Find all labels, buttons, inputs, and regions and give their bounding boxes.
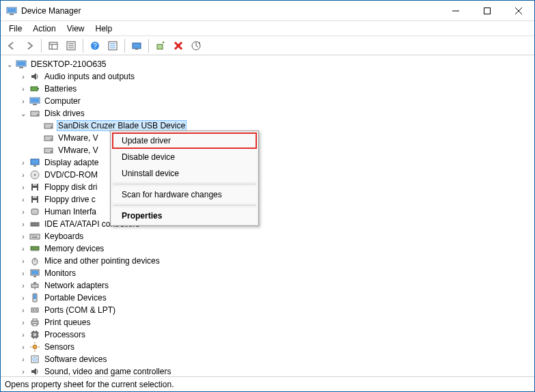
tree-root-row[interactable]: ⌄ DESKTOP-210O635 <box>2 58 533 70</box>
scan-hardware-button[interactable] <box>128 38 145 53</box>
tree-row[interactable]: ›Audio inputs and outputs <box>16 70 533 83</box>
chevron-right-icon[interactable]: › <box>18 207 28 216</box>
maximize-button[interactable] <box>471 1 503 21</box>
root-label[interactable]: DESKTOP-210O635 <box>29 59 108 70</box>
tree-row[interactable]: ›Sound, video and game controllers <box>16 365 533 376</box>
chevron-right-icon[interactable]: › <box>18 96 28 106</box>
tree-row[interactable]: ›Human Interfa <box>16 206 533 218</box>
minimize-button[interactable] <box>440 1 471 21</box>
tree-node-label[interactable]: Sound, video and game controllers <box>43 366 172 376</box>
chevron-right-icon[interactable]: › <box>18 367 28 376</box>
tree-row[interactable]: VMware, V <box>29 132 533 144</box>
tree-node-label[interactable]: Monitors <box>43 268 77 279</box>
chevron-right-icon[interactable]: › <box>18 318 28 327</box>
chevron-right-icon[interactable]: › <box>18 293 28 303</box>
context-menu-item[interactable]: Scan for hardware changes <box>112 186 257 203</box>
tree-row[interactable]: ›Computer <box>16 95 533 107</box>
chevron-right-icon[interactable]: › <box>18 305 28 315</box>
context-menu-item[interactable]: Disable device <box>112 149 257 165</box>
tree-row[interactable]: ›Sensors <box>16 341 533 353</box>
tree-node-label[interactable]: Mice and other pointing devices <box>43 255 161 266</box>
expander-icon[interactable]: ⌄ <box>5 59 14 69</box>
tree-row[interactable]: ›Print queues <box>16 316 533 328</box>
tree-node-label[interactable]: Display adapte <box>43 157 100 168</box>
chevron-down-icon[interactable]: ⌄ <box>18 109 28 118</box>
tree-row[interactable]: ›Monitors <box>16 267 533 279</box>
menu-action[interactable]: Action <box>27 23 61 35</box>
menu-file[interactable]: File <box>3 23 27 35</box>
tree-row[interactable]: ›Mice and other pointing devices <box>16 255 533 267</box>
chevron-right-icon[interactable]: › <box>18 219 28 229</box>
tree-row[interactable]: ⌄Disk drives <box>16 107 533 120</box>
close-button[interactable] <box>503 1 534 21</box>
tree-row[interactable]: ›Portable Devices <box>16 292 533 304</box>
chevron-right-icon[interactable]: › <box>18 170 28 180</box>
uninstall-button[interactable] <box>170 38 187 53</box>
tree-row[interactable]: ›Display adapte <box>16 156 533 169</box>
tree-row[interactable]: ›Processors <box>16 328 533 341</box>
chevron-right-icon[interactable]: › <box>18 330 28 339</box>
tree-node-label[interactable]: Audio inputs and outputs <box>43 71 136 82</box>
chevron-right-icon[interactable]: › <box>18 268 28 278</box>
chevron-right-icon[interactable]: › <box>18 342 28 352</box>
context-menu-item[interactable]: Uninstall device <box>112 165 257 182</box>
sensor-icon <box>29 341 40 352</box>
tree-row[interactable]: ›Keyboards <box>16 230 533 242</box>
tree-node-label[interactable]: Batteries <box>43 83 78 94</box>
tree-node-label[interactable]: VMware, V <box>57 132 100 143</box>
tree-node-label[interactable]: Ports (COM & LPT) <box>43 305 117 316</box>
tree-row[interactable]: ›Memory devices <box>16 242 533 255</box>
tree-node-label[interactable]: Memory devices <box>43 243 105 254</box>
tree-node-label[interactable]: Sensors <box>43 341 76 352</box>
titlebar[interactable]: Device Manager <box>1 1 534 21</box>
properties-button[interactable] <box>63 38 79 53</box>
tree-node-label[interactable]: Processors <box>43 329 87 340</box>
tree-node-label[interactable]: Keyboards <box>43 231 85 242</box>
tree-row[interactable]: ›DVD/CD-ROM <box>16 169 533 181</box>
chevron-right-icon[interactable]: › <box>18 244 28 253</box>
chevron-right-icon[interactable]: › <box>18 84 28 94</box>
chevron-right-icon[interactable]: › <box>18 354 28 364</box>
tree-node-label[interactable]: Computer <box>43 96 82 107</box>
tree-node-label[interactable]: Floppy disk dri <box>43 182 98 193</box>
chevron-right-icon[interactable]: › <box>18 256 28 266</box>
tree-node-label[interactable]: Software devices <box>43 354 108 365</box>
tree-node-label[interactable]: SanDisk Cruzer Blade USB Device <box>57 120 187 131</box>
tree-node-label[interactable]: Disk drives <box>43 108 86 119</box>
tree-node-label[interactable]: Human Interfa <box>43 206 98 217</box>
tree-node-label[interactable]: Print queues <box>43 317 92 328</box>
show-hide-console-button[interactable] <box>45 38 61 53</box>
menu-help[interactable]: Help <box>90 23 118 35</box>
tree-row[interactable]: ›Floppy drive c <box>16 193 533 206</box>
help-button[interactable]: ? <box>87 38 103 53</box>
tree-node-label[interactable]: Floppy drive c <box>43 194 97 205</box>
svg-point-45 <box>34 174 36 176</box>
scan-button[interactable] <box>188 38 204 53</box>
context-menu-item[interactable]: Update driver <box>112 132 257 149</box>
back-button[interactable] <box>3 38 20 53</box>
chevron-right-icon[interactable]: › <box>18 182 28 192</box>
tree-row[interactable]: ›Floppy disk dri <box>16 181 533 193</box>
tree-row[interactable]: SanDisk Cruzer Blade USB Device <box>29 120 533 132</box>
context-menu-item[interactable]: Properties <box>112 208 257 224</box>
tree-row[interactable]: ›Software devices <box>16 353 533 365</box>
forward-button[interactable] <box>21 38 38 53</box>
device-tree[interactable]: ⌄ DESKTOP-210O635 ›Audio inputs and outp… <box>1 55 534 376</box>
list-button[interactable] <box>105 38 121 53</box>
chevron-right-icon[interactable]: › <box>18 232 28 241</box>
update-driver-button[interactable] <box>152 38 169 53</box>
tree-row[interactable]: VMware, V <box>29 144 533 156</box>
chevron-right-icon[interactable]: › <box>18 158 28 167</box>
tree-row[interactable]: ›Network adapters <box>16 279 533 292</box>
chevron-right-icon[interactable]: › <box>18 195 28 204</box>
tree-node-label[interactable]: Portable Devices <box>43 292 108 303</box>
tree-node-label[interactable]: Network adapters <box>43 280 110 291</box>
tree-node-label[interactable]: VMware, V <box>57 145 100 156</box>
tree-node-label[interactable]: DVD/CD-ROM <box>43 169 99 180</box>
menu-view[interactable]: View <box>61 23 90 35</box>
tree-row[interactable]: ›Ports (COM & LPT) <box>16 304 533 316</box>
chevron-right-icon[interactable]: › <box>18 281 28 290</box>
tree-row[interactable]: ›IDE ATA/ATAPI controllers <box>16 218 533 230</box>
chevron-right-icon[interactable]: › <box>18 72 28 81</box>
tree-row[interactable]: ›Batteries <box>16 83 533 95</box>
